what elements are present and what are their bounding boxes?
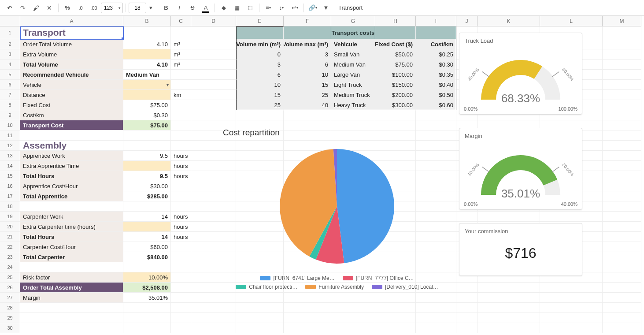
h-align-button[interactable]: ≡▾ <box>262 2 274 14</box>
undo-button[interactable]: ↶ <box>4 2 16 14</box>
filter-button[interactable]: ▼ <box>320 2 332 14</box>
fill-color-button[interactable]: ◆ <box>218 2 230 14</box>
wrap-button[interactable]: ↵▾ <box>289 2 301 14</box>
borders-button[interactable]: ▦ <box>231 2 243 14</box>
percent-format-button[interactable]: % <box>61 2 74 14</box>
paint-format-button[interactable]: 🖌 <box>30 2 42 14</box>
merge-button[interactable]: ⬚ <box>244 2 256 14</box>
font-size-input[interactable] <box>129 3 146 13</box>
link-button[interactable]: 🔗▾ <box>307 2 319 14</box>
v-align-button[interactable]: ↕▾ <box>275 2 288 14</box>
font-size-dropdown[interactable]: ▾ <box>147 2 154 14</box>
name-box[interactable]: Transport <box>338 4 363 11</box>
number-format-select[interactable]: 123 <box>101 3 123 13</box>
text-color-button[interactable]: A <box>200 2 212 14</box>
redo-button[interactable]: ↷ <box>17 2 29 14</box>
decrease-decimal-button[interactable]: .0 <box>74 2 87 14</box>
italic-button[interactable]: I <box>173 2 185 14</box>
toolbar: ↶ ↷ 🖌 ✕ % .0 .00 123 ▾ B I S A ◆ ▦ ⬚ ≡▾ … <box>0 0 644 16</box>
clear-format-button[interactable]: ✕ <box>43 2 56 14</box>
bold-button[interactable]: B <box>160 2 172 14</box>
increase-decimal-button[interactable]: .00 <box>88 2 100 14</box>
strike-button[interactable]: S <box>186 2 199 14</box>
